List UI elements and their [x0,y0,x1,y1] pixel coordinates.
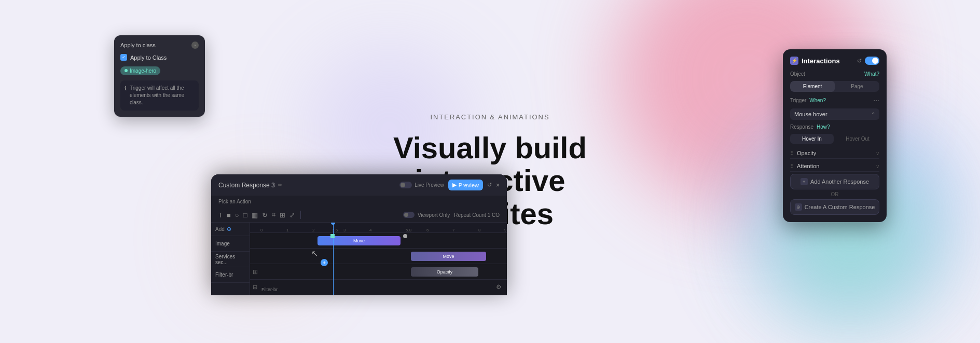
trigger-dropdown[interactable]: Mouse hover ⌃ [790,108,879,120]
how-link[interactable]: How? [817,124,830,130]
circle-icon[interactable]: ○ [235,211,239,219]
ruler-tick-8: 8 [478,228,480,232]
class-tag[interactable]: Image-hero [120,66,160,75]
add-another-response-button[interactable]: + Add Another Response [790,174,879,189]
opacity-label: Opacity [797,150,873,156]
create-custom-response-button[interactable]: ⊕ Create A Custom Response [790,199,879,215]
ruler-tick-3: 3 [343,228,346,232]
element-btn[interactable]: Element [790,81,835,92]
square-icon[interactable]: ■ [227,211,231,219]
close-icon[interactable]: × [191,42,199,49]
play-icon: ▶ [452,182,457,188]
object-row: Object What? [790,71,879,77]
live-preview-toggle: Live Preview [399,182,444,188]
viewport-row: Viewport Only [403,212,450,218]
attention-label: Attention [797,163,873,169]
chevron-right-icon: ∨ [876,150,879,156]
ruler-tick-6: 6 [426,228,429,232]
panel-title-row: ⚡ Interactions [790,57,840,65]
drag-handle-icon: ⠿ [790,163,794,169]
ruler-tick-0: 0 [260,228,263,232]
move-icon[interactable]: ⤢ [289,211,295,219]
repeat-count-label: Repeat Count [454,212,486,218]
heading-line1: Visually build [393,130,587,164]
object-label: Object [790,71,805,77]
ruler-tick-2: 2 [312,228,314,232]
what-link[interactable]: What? [864,71,879,77]
action-toolbar: T ■ ○ □ ▦ ↻ ⌗ ⊞ ⤢ Viewport Only Repeat C… [211,208,507,223]
live-toggle-switch[interactable] [399,182,412,188]
opacity-row[interactable]: ⠿ Opacity ∨ [790,148,879,159]
timeline-body: Add ⊕ Image Services sec... Filter-br 0 … [211,223,507,295]
viewport-label: Viewport Only [418,212,450,218]
page-btn[interactable]: Page [835,81,879,92]
edit-icon[interactable]: ✏ [278,182,282,188]
layout-icon[interactable]: ▦ [252,211,258,219]
timeline-header: Custom Response 3 ✏ Live Preview ▶ Previ… [211,174,507,196]
ruler-tick-9: 9 [504,228,506,232]
page-container: INTERACTION & ANIMATIONS Visually build … [0,0,980,343]
live-preview-label: Live Preview [415,182,444,188]
viewport-toggle-switch[interactable] [403,212,415,218]
trigger-row: Trigger When? ··· [790,96,879,104]
ruler-tick-7: 7 [452,228,454,232]
hover-out-tab[interactable]: Hover Out [836,134,879,144]
card-header: Apply to class × [120,42,199,49]
move-bar-2[interactable]: Move [411,252,486,261]
checkbox-row: Apply to Class [120,54,199,61]
repeat-row: Repeat Count 1 CO [454,212,500,218]
move-label-2: Move [443,254,454,259]
element-page-segment: Element Page [790,81,879,92]
interactions-icon: ⚡ [790,57,798,65]
add-label: Add [215,226,225,232]
filter-track-label: Filter-br [211,267,250,283]
image-track-row: Move [250,233,507,249]
interactions-toggle[interactable] [865,57,879,65]
custom-icon: ⊕ [795,203,802,211]
rotate-icon[interactable]: ↻ [262,211,268,219]
image-track-label: Image [211,236,250,252]
grid-icon[interactable]: ⊞ [280,211,285,219]
border-icon[interactable]: □ [243,211,247,219]
timeline-panel: Custom Response 3 ✏ Live Preview ▶ Previ… [211,174,507,295]
filter-action-icon: ⚙ [496,283,502,291]
add-track-button[interactable]: Add ⊕ [211,223,250,236]
timeline-title: Custom Response 3 [218,182,275,189]
add-response-label: Add Another Response [810,179,869,185]
move-bar-1[interactable]: Move [318,236,401,245]
timeline-title-row: Custom Response 3 ✏ [218,182,282,189]
response-label: Response [790,124,813,130]
checkbox-label: Apply to Class [130,54,167,61]
when-link[interactable]: When? [809,98,826,103]
response-row: Response How? [790,124,879,130]
opacity-track-row: Opacity ⊞ [250,264,507,280]
preview-label: Preview [459,182,479,188]
toolbar-divider [300,211,301,219]
opacity-bar[interactable]: Opacity [411,267,478,277]
info-text: Trigger will affect all the elements wit… [130,85,195,106]
ruler-tick-1: 1 [286,228,288,232]
create-custom-label: Create A Custom Response [805,204,875,210]
more-options-icon[interactable]: ··· [873,96,879,104]
timeline-labels: Add ⊕ Image Services sec... Filter-br [211,223,250,295]
checkered-icon: ⊞ [253,268,258,276]
pick-action-label: Pick an Action [211,196,507,208]
timeline-controls: Live Preview ▶ Preview ↺ × [399,180,500,190]
repeat-suffix: CO [492,212,500,218]
keyframe-dot-2 [403,234,407,238]
undo-icon[interactable]: ↺ [857,58,862,64]
text-icon[interactable]: T [218,211,223,219]
plus-icon: ⊕ [227,226,231,232]
opacity-bar-label: Opacity [437,269,453,275]
timeline-cursor[interactable] [333,223,334,295]
preview-button[interactable]: ▶ Preview [448,180,483,190]
close-icon[interactable]: × [496,182,500,189]
attention-row[interactable]: ⠿ Attention ∨ [790,161,879,172]
drag-handle-icon: ⠿ [790,150,794,156]
tag-dot [125,69,128,72]
checkbox-apply-to-class[interactable] [120,54,127,61]
undo-icon[interactable]: ↺ [487,182,492,188]
ruler-tick-4: 4 [369,228,371,232]
transform-icon[interactable]: ⌗ [272,211,275,219]
hover-in-tab[interactable]: Hover In [790,134,834,144]
